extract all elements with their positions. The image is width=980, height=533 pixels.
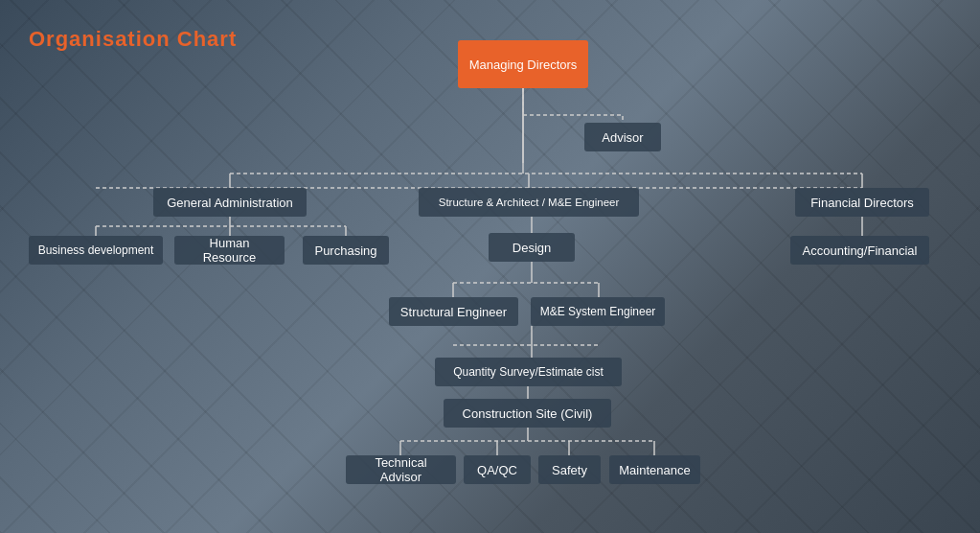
safety-node: Safety xyxy=(538,455,601,484)
design-label: Design xyxy=(513,241,551,255)
construction-site-label: Construction Site (Civil) xyxy=(463,406,593,421)
mne-system-engineer-node: M&E System Engineer xyxy=(531,297,665,326)
purchasing-node: Purchasing xyxy=(303,236,389,265)
technical-advisor-label: Technical Advisor xyxy=(353,455,448,484)
advisor-label: Advisor xyxy=(602,130,643,145)
business-dev-node: Business development xyxy=(29,236,163,265)
structure-architect-label: Structure & Architect / M&E Engineer xyxy=(439,197,620,208)
maintenance-node: Maintenance xyxy=(609,455,700,484)
maintenance-label: Maintenance xyxy=(619,463,690,477)
design-node: Design xyxy=(489,233,575,262)
financial-directors-node: Financial Directors xyxy=(795,188,929,217)
managing-directors-label: Managing Directors xyxy=(469,58,578,72)
safety-label: Safety xyxy=(552,463,587,477)
structure-architect-node: Structure & Architect / M&E Engineer xyxy=(419,188,639,217)
qa-qc-node: QA/QC xyxy=(464,455,531,484)
mne-system-engineer-label: M&E System Engineer xyxy=(540,305,656,318)
general-admin-node: General Administration xyxy=(153,188,307,217)
qa-qc-label: QA/QC xyxy=(477,463,517,477)
construction-site-node: Construction Site (Civil) xyxy=(444,399,611,428)
quantity-survey-node: Quantity Survey/Estimate cist xyxy=(435,358,622,386)
purchasing-label: Purchasing xyxy=(314,243,376,258)
structural-engineer-label: Structural Engineer xyxy=(400,305,507,319)
general-admin-label: General Administration xyxy=(167,196,293,210)
technical-advisor-node: Technical Advisor xyxy=(346,455,456,484)
accounting-node: Accounting/Financial xyxy=(790,236,929,265)
advisor-node: Advisor xyxy=(584,123,661,151)
human-resource-node: Human Resource xyxy=(174,236,285,265)
financial-directors-label: Financial Directors xyxy=(810,196,914,210)
human-resource-label: Human Resource xyxy=(182,236,277,265)
managing-directors-node: Managing Directors xyxy=(458,40,588,88)
business-dev-label: Business development xyxy=(38,243,154,257)
accounting-label: Accounting/Financial xyxy=(803,243,918,258)
structural-engineer-node: Structural Engineer xyxy=(389,297,518,326)
quantity-survey-label: Quantity Survey/Estimate cist xyxy=(453,365,604,379)
